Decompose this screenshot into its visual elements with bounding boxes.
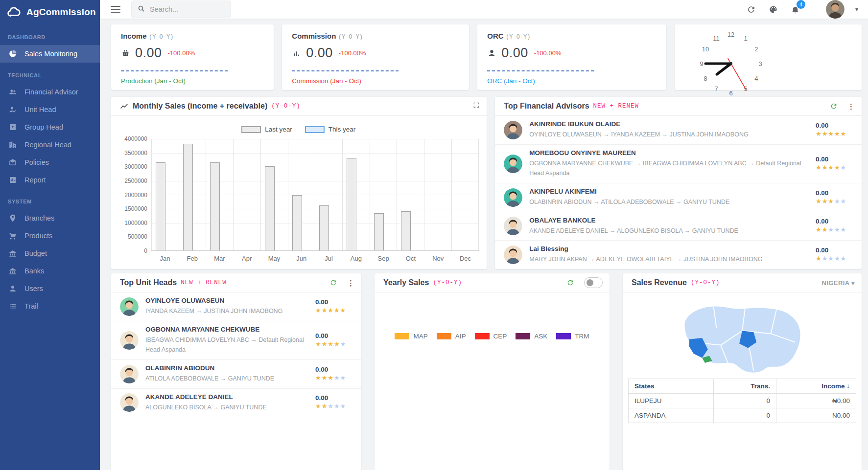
person-name: OGBONNA MARYANNE CHEKWUBE — [145, 326, 309, 333]
legend-item[interactable]: This year — [305, 126, 356, 133]
sidebar-item-users[interactable]: Users — [0, 280, 100, 297]
region-dropdown[interactable]: NIGERIA ▾ — [822, 279, 855, 287]
person-value: 0.00 — [315, 298, 353, 306]
bar-last-year[interactable] — [156, 162, 165, 250]
person-name: MOREBOGU ONYINYE MAUREEN — [529, 149, 810, 157]
user-menu[interactable]: ▾ — [826, 0, 858, 19]
table-cell: ASPANDA — [629, 408, 714, 423]
legend-item[interactable]: Last year — [241, 126, 292, 133]
bar-last-year[interactable] — [210, 162, 220, 250]
sidebar-item-regional-head[interactable]: Regional Head — [0, 136, 100, 154]
sidebar-item-label: Branches — [24, 214, 54, 222]
list-item[interactable]: Lai BlessingMARY JOHN AKPAN → ADEKEYE OW… — [495, 241, 862, 269]
sidebar-item-banks[interactable]: Banks — [0, 262, 100, 280]
card-footer[interactable]: Commission (Jan - Oct) — [292, 77, 459, 85]
person-name: AKANDE ADELEYE DANIEL — [145, 393, 309, 401]
legend-item[interactable]: TRM — [556, 333, 589, 340]
main: 4 ▾ Income (Y-O-Y) — [100, 0, 868, 470]
col-income[interactable]: Income ↓ — [776, 379, 856, 394]
table-row[interactable]: ILUPEJU0₦0.00 — [629, 394, 856, 408]
sidebar-item-group-head[interactable]: Group Head — [0, 118, 100, 136]
clock-number: 4 — [754, 75, 758, 82]
col-states[interactable]: States — [629, 379, 714, 394]
y-tick-label: 2500000 — [124, 178, 147, 184]
bar-last-year[interactable] — [265, 166, 275, 250]
yoy-tag: (Y-O-Y) — [691, 279, 720, 286]
person-value: 0.00 — [816, 218, 854, 225]
bar-last-year[interactable] — [183, 144, 193, 250]
search-box[interactable] — [131, 0, 231, 18]
person-name: OYINLOYE OLUWASEUN — [145, 297, 309, 304]
sidebar-item-budget[interactable]: Budget — [0, 245, 100, 262]
sidebar-item-financial-advisor[interactable]: Financial Advisor — [0, 83, 100, 101]
chart-column — [260, 139, 288, 250]
list-item[interactable]: OYINLOYE OLUWASEUNIYANDA KAZEEM → JUSTIN… — [111, 292, 361, 321]
sidebar-item-products[interactable]: Products — [0, 227, 100, 245]
table-cell: ₦0.00 — [776, 408, 856, 423]
bar-last-year[interactable] — [292, 195, 302, 250]
brand[interactable]: AgCommission — [0, 0, 100, 24]
list-item[interactable]: MOREBOGU ONYINYE MAUREENOGBONNA MARYANNE… — [495, 145, 862, 183]
sidebar-item-report[interactable]: Report — [0, 171, 100, 189]
card-period: (Y-O-Y) — [506, 34, 530, 41]
clock-widget: 123456789101112 — [675, 24, 862, 90]
chart-column — [206, 139, 233, 250]
notifications-bell-icon[interactable]: 4 — [791, 5, 800, 14]
legend-item[interactable]: ASK — [516, 333, 547, 340]
hamburger-menu-icon[interactable] — [111, 4, 120, 15]
refresh-icon[interactable] — [747, 5, 756, 14]
kebab-menu-icon[interactable]: ⋮ — [347, 279, 354, 287]
list-item[interactable]: AKANDE ADELEYE DANIELALOGUNLEKO BISOLA →… — [111, 389, 361, 417]
bar-last-year[interactable] — [374, 213, 384, 250]
kebab-menu-icon[interactable]: ⋮ — [847, 103, 855, 110]
new-renew-tag[interactable]: NEW + RENEW — [181, 279, 227, 286]
y-tick-label: 1000000 — [124, 220, 147, 226]
list-item[interactable]: OGBONNA MARYANNE CHEKWUBEIBEAGWA CHIDIMM… — [111, 321, 361, 360]
content: Income (Y-O-Y) 0.00 -100.00% Production … — [100, 19, 868, 470]
list-item[interactable]: AKINPELU AKINFEMIOLABINRIN ABIODUN → ATI… — [495, 183, 862, 212]
chart-column — [342, 139, 370, 250]
sidebar-item-label: Report — [24, 176, 46, 184]
card-footer[interactable]: ORC (Jan - Oct) — [487, 77, 657, 85]
nigeria-map[interactable] — [623, 292, 862, 377]
card-footer[interactable]: Production (Jan - Oct) — [121, 77, 264, 85]
sidebar-item-branches[interactable]: Branches — [0, 209, 100, 227]
bar-last-year[interactable] — [401, 211, 411, 250]
report-chart-icon — [8, 176, 17, 184]
col-trans[interactable]: Trans. — [714, 379, 776, 394]
legend-item[interactable]: CEP — [475, 333, 507, 340]
expand-icon[interactable] — [473, 102, 480, 111]
sidebar-item-label: Regional Head — [24, 141, 71, 149]
clock-number: 9 — [700, 60, 703, 67]
bar-last-year[interactable] — [347, 158, 356, 250]
refresh-icon[interactable] — [566, 279, 574, 287]
new-renew-tag[interactable]: NEW + RENEW — [593, 103, 639, 110]
x-tick-label: Nov — [424, 255, 452, 262]
clock-number: 7 — [714, 85, 718, 92]
avatar — [504, 188, 522, 207]
search-input[interactable] — [150, 5, 223, 13]
sidebar-item-label: Users — [24, 285, 43, 292]
building-icon — [8, 140, 17, 149]
sidebar-item-sales-monitoring[interactable]: Sales Monitoring — [0, 45, 100, 63]
sidebar-item-trail[interactable]: Trail — [0, 297, 100, 315]
card-delta: -100.00% — [534, 49, 562, 57]
sidebar-item-policies[interactable]: Policies — [0, 154, 100, 171]
star-rating: ★★★★★ — [816, 130, 854, 138]
table-row[interactable]: ASPANDA0₦0.00 — [629, 408, 856, 423]
list-item[interactable]: OBALAYE BANKOLEAKANDE ADELEYE DANIEL → A… — [495, 212, 862, 241]
legend-item[interactable]: MAP — [395, 333, 427, 340]
theme-palette-icon[interactable] — [769, 5, 778, 14]
list-item[interactable]: OLABINRIN ABIODUNATILOLA ADEBOBOWALE → G… — [111, 360, 361, 389]
sidebar-item-unit-head[interactable]: Unit Head — [0, 101, 100, 118]
commission-card: Commission (Y-O-Y) 0.00 -100.00% Commiss… — [282, 24, 469, 90]
legend-item[interactable]: AIP — [437, 333, 466, 340]
person-chain: OLABINRIN ABIODUN → ATILOLA ADEBOBOWALE … — [529, 197, 810, 207]
refresh-icon[interactable] — [830, 102, 838, 110]
bar-last-year[interactable] — [319, 205, 329, 250]
chart-toggle[interactable] — [584, 277, 603, 288]
person-name: OLABINRIN ABIODUN — [145, 364, 309, 372]
refresh-icon[interactable] — [329, 279, 337, 287]
y-tick-label: 4000000 — [124, 135, 147, 142]
list-item[interactable]: AKINRINDE IBUKUN OLAIDEOYINLOYE OLUWASEU… — [495, 116, 862, 145]
